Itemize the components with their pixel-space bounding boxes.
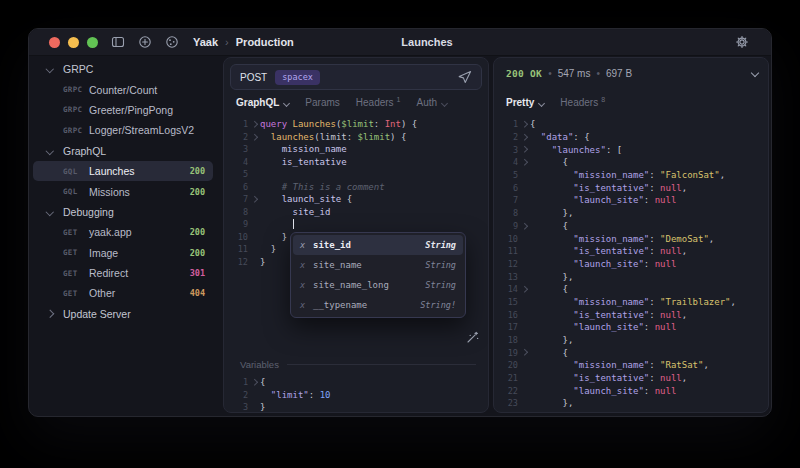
http-method-selector[interactable]: POST — [240, 72, 267, 83]
request-label: Other — [89, 287, 115, 299]
tab-headers[interactable]: Headers8 — [560, 97, 605, 108]
sidebar-item-launches[interactable]: GQLLaunches200 — [33, 161, 213, 181]
status-badge: 200 — [190, 166, 205, 176]
send-request-button[interactable] — [458, 70, 472, 84]
fold-toggle[interactable] — [518, 135, 530, 140]
response-tabs: PrettyHeaders8 — [506, 97, 605, 108]
sidebar-item-yaak-app[interactable]: GETyaak.app200 — [33, 222, 213, 242]
code-text: { — [530, 284, 568, 294]
url-bar[interactable]: POST spacex — [230, 64, 482, 90]
url-environment-badge[interactable]: spacex — [275, 70, 320, 85]
line-number: 15 — [494, 297, 518, 307]
toggle-sidebar-button[interactable] — [111, 35, 125, 49]
chevron-down-icon — [283, 100, 290, 107]
fold-toggle[interactable] — [518, 147, 530, 152]
line-number: 8 — [494, 208, 518, 218]
line-number: 4 — [494, 157, 518, 167]
autocomplete-item[interactable]: xsite_idString — [293, 235, 463, 255]
variables-editor[interactable]: 1{2 "limit": 103} — [224, 376, 488, 413]
fold-toggle[interactable] — [518, 160, 530, 165]
line-number: 17 — [494, 322, 518, 332]
sidebar-item-redirect[interactable]: GETRedirect301 — [33, 263, 213, 283]
line-number: 5 — [494, 170, 518, 180]
tab-params[interactable]: Params — [305, 97, 339, 108]
new-request-button[interactable] — [138, 35, 152, 49]
code-line: 3 "launches": [ — [494, 143, 768, 156]
sidebar-folder-graphql[interactable]: GraphQL — [33, 141, 213, 161]
sidebar-item-image[interactable]: GETImage200 — [33, 243, 213, 263]
code-line: 3} — [224, 401, 488, 413]
code-text: }, — [530, 208, 573, 218]
titlebar: Yaak › Production Launches — [29, 29, 771, 56]
request-method: GET — [63, 228, 87, 237]
request-method: GRPC — [63, 126, 87, 135]
workspace-name[interactable]: Yaak — [193, 36, 218, 48]
sidebar-item-missions[interactable]: GQLMissions200 — [33, 181, 213, 201]
sidebar-item-other[interactable]: GETOther404 — [33, 283, 213, 303]
settings-button[interactable] — [735, 35, 749, 49]
sidebar-folder-debugging[interactable]: Debugging — [33, 202, 213, 222]
fold-toggle[interactable] — [248, 380, 260, 385]
code-text: "launch_site": null — [530, 322, 676, 332]
desktop-background: Yaak › Production Launches GRPCGRPCCount… — [0, 0, 800, 468]
tab-pretty[interactable]: Pretty — [506, 97, 544, 108]
autocomplete-item[interactable]: x__typenameString! — [293, 295, 463, 315]
environment-name[interactable]: Production — [236, 36, 294, 48]
sidebar-item-logger-streamlogsv2[interactable]: GRPCLogger/StreamLogsV2 — [33, 120, 213, 140]
request-label: Launches — [89, 165, 135, 177]
code-text: query Launches($limit: Int) { — [260, 119, 417, 129]
chevron-right-icon — [521, 286, 527, 292]
sidebar-item-counter-count[interactable]: GRPCCounter/Count — [33, 79, 213, 99]
code-text: { — [530, 157, 568, 167]
line-number: 10 — [224, 232, 248, 242]
fold-toggle[interactable] — [248, 122, 260, 127]
response-menu-button[interactable] — [752, 70, 758, 76]
response-size: 697 B — [606, 68, 632, 79]
autocomplete-item[interactable]: xsite_name_longString — [293, 275, 463, 295]
code-line: 24 { — [494, 410, 768, 412]
code-line: 8 site_id — [224, 206, 488, 219]
line-number: 9 — [494, 221, 518, 231]
fold-toggle[interactable] — [248, 135, 260, 140]
tab-label: Headers — [560, 97, 598, 108]
variables-label: Variables — [240, 359, 279, 370]
sidebar-folder-update-server[interactable]: Update Server — [33, 304, 213, 324]
sidebar: GRPCGRPCCounter/CountGRPCGreeter/PingPon… — [29, 55, 217, 416]
response-header: 200 OK • 547 ms • 697 B — [506, 58, 758, 88]
request-tabs: GraphQLParamsHeaders1Auth — [236, 97, 447, 108]
chevron-right-icon — [251, 134, 257, 140]
autocomplete-type: String — [425, 260, 456, 270]
code-line: 21 "is_tentative": null, — [494, 372, 768, 385]
sidebar-folder-grpc[interactable]: GRPC — [33, 59, 213, 79]
breadcrumb[interactable]: Yaak › Production — [193, 36, 294, 48]
minimize-button[interactable] — [68, 37, 79, 48]
response-body-viewer[interactable]: 1{2 "data": {3 "launches": [4 {5 "missio… — [494, 118, 768, 412]
fold-toggle[interactable] — [248, 197, 260, 202]
tab-auth[interactable]: Auth — [417, 97, 448, 108]
variables-divider — [287, 364, 476, 365]
fold-toggle[interactable] — [518, 350, 530, 355]
code-text: "mission_name": "RatSat", — [530, 360, 709, 370]
fold-toggle[interactable] — [518, 224, 530, 229]
close-button[interactable] — [49, 37, 60, 48]
code-text: } — [260, 244, 276, 254]
chevron-right-icon — [251, 379, 257, 385]
zoom-button[interactable] — [87, 37, 98, 48]
autocomplete-item[interactable]: xsite_nameString — [293, 255, 463, 275]
fold-toggle[interactable] — [518, 122, 530, 127]
request-label: Missions — [89, 186, 130, 198]
code-line: 9 { — [494, 220, 768, 233]
format-button[interactable] — [465, 330, 480, 345]
tab-graphql[interactable]: GraphQL — [236, 97, 289, 108]
sidebar-item-greeter-pingpong[interactable]: GRPCGreeter/PingPong — [33, 100, 213, 120]
code-text: "is_tentative": null, — [530, 246, 687, 256]
fold-toggle[interactable] — [518, 287, 530, 292]
code-text: "is_tentative": null, — [530, 373, 687, 383]
response-status-badge: 200 OK — [506, 68, 542, 79]
code-line: 20 "mission_name": "RatSat", — [494, 359, 768, 372]
code-text: launch_site { — [260, 194, 352, 204]
separator-dot: • — [596, 68, 600, 79]
tab-headers[interactable]: Headers1 — [356, 97, 401, 108]
cookies-button[interactable] — [165, 35, 179, 49]
chevron-down-icon — [46, 147, 54, 155]
